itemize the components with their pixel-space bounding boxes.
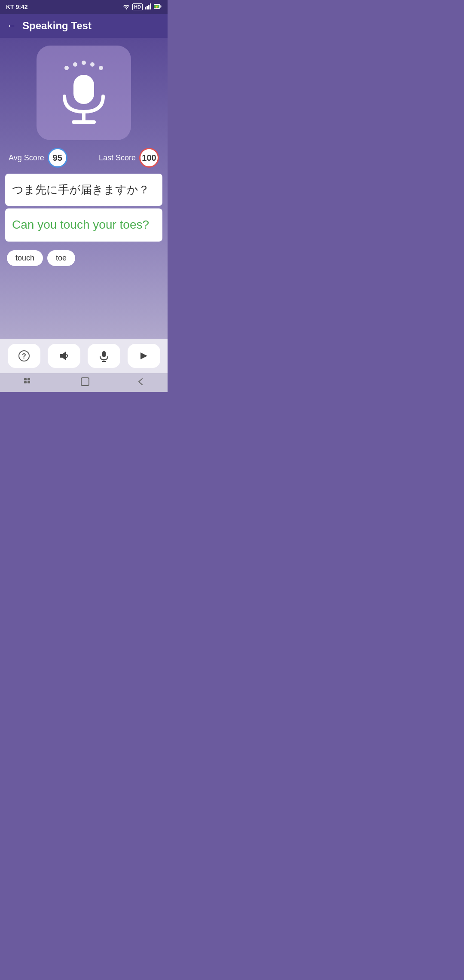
nav-menu-button[interactable] [24, 378, 33, 388]
svg-rect-5 [161, 5, 162, 7]
svg-rect-19 [102, 351, 106, 357]
help-icon: ? [18, 350, 30, 362]
svg-rect-27 [81, 378, 89, 386]
battery-icon: ⚡ [154, 4, 162, 10]
avg-score-label: Avg Score [9, 153, 44, 162]
svg-point-9 [73, 62, 77, 67]
chip-touch[interactable]: touch [7, 250, 43, 266]
back-button[interactable]: ← [7, 21, 16, 31]
svg-marker-22 [140, 352, 147, 359]
english-text-box: Can you touch your toes? [5, 208, 162, 242]
svg-text:?: ? [22, 352, 26, 360]
status-icons: HD ⚡ [122, 3, 162, 11]
svg-rect-1 [147, 6, 148, 9]
volume-icon [58, 350, 70, 362]
page-title: Speaking Test [22, 20, 92, 32]
japanese-text: つま先に手が届きますか？ [12, 183, 150, 196]
nav-back-button[interactable] [137, 377, 144, 389]
svg-point-8 [64, 66, 69, 70]
wifi-icon [122, 3, 130, 11]
svg-rect-23 [24, 378, 27, 380]
microphone-icon [54, 58, 114, 127]
microphone-button[interactable] [88, 344, 120, 368]
help-button[interactable]: ? [8, 344, 40, 368]
svg-rect-13 [73, 75, 94, 104]
status-time: KT 9:42 [6, 3, 28, 10]
keyword-chips: touch toe [5, 244, 162, 270]
chip-toe[interactable]: toe [47, 250, 75, 266]
svg-rect-24 [27, 378, 30, 380]
score-row: Avg Score 95 Last Score 100 [5, 148, 162, 168]
hd-icon: HD [132, 3, 143, 10]
last-score-label: Last Score [99, 153, 136, 162]
header: ← Speaking Test [0, 14, 168, 38]
svg-point-10 [82, 61, 86, 65]
nav-home-button[interactable] [80, 377, 90, 389]
next-icon [138, 350, 150, 362]
last-score-value: 100 [139, 148, 159, 168]
next-button[interactable] [128, 344, 160, 368]
avg-score-value: 95 [48, 148, 67, 168]
bottom-toolbar: ? [0, 339, 168, 373]
svg-rect-25 [24, 381, 27, 383]
mic-icon-box [37, 46, 131, 140]
svg-rect-0 [145, 7, 146, 9]
avg-score-group: Avg Score 95 [9, 148, 67, 168]
main-content: Avg Score 95 Last Score 100 つま先に手が届きますか？… [0, 38, 168, 339]
mic-btn-icon [98, 350, 110, 362]
svg-rect-26 [27, 381, 30, 383]
volume-button[interactable] [48, 344, 80, 368]
status-bar: KT 9:42 HD ⚡ [0, 0, 168, 14]
svg-point-12 [99, 66, 103, 70]
svg-point-11 [90, 62, 95, 67]
nav-bar [0, 373, 168, 392]
svg-text:⚡: ⚡ [155, 5, 159, 9]
last-score-group: Last Score 100 [99, 148, 159, 168]
signal-icon [145, 3, 152, 11]
svg-marker-18 [60, 352, 66, 360]
japanese-text-box: つま先に手が届きますか？ [5, 174, 162, 206]
english-text: Can you touch your toes? [12, 218, 149, 231]
svg-rect-3 [150, 3, 151, 9]
svg-rect-2 [148, 5, 150, 9]
